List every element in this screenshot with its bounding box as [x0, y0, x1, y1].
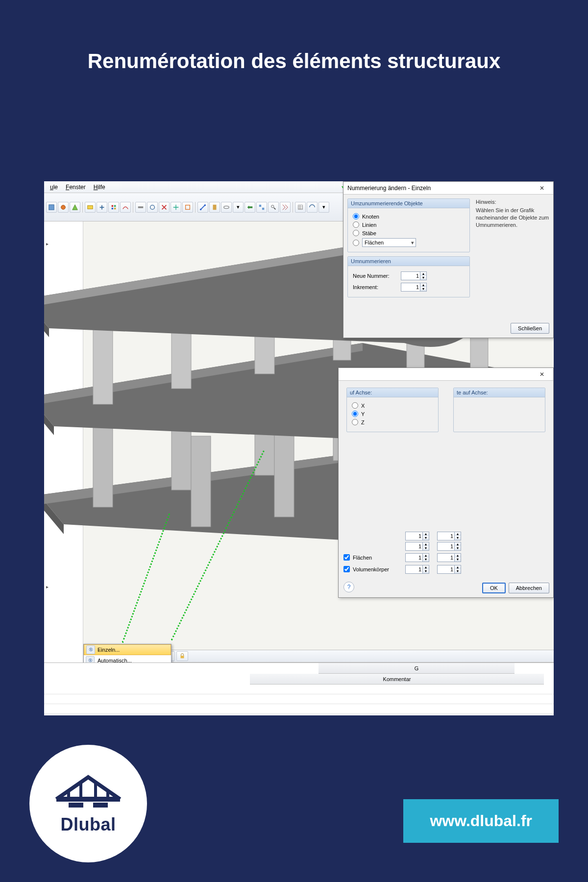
radio-knoten[interactable] — [353, 213, 359, 220]
radio-axis-x[interactable] — [352, 402, 358, 409]
svg-rect-14 — [259, 204, 261, 206]
radio-staebe[interactable] — [353, 230, 359, 236]
dialog-renumber-auto: ✕ uf Achse: X Y Z te auf Achse: ▲▼ ▲▼ — [338, 368, 554, 598]
svg-point-16 — [271, 205, 274, 207]
spinner-input[interactable] — [405, 565, 423, 574]
new-number-input[interactable] — [401, 271, 420, 280]
svg-rect-6 — [114, 207, 116, 209]
radio-axis-y[interactable] — [352, 411, 358, 417]
dialog-renumber-single: Nummerierung ändern - Einzeln ✕ Umzunumm… — [343, 181, 554, 338]
svg-point-1 — [61, 205, 66, 209]
toolbar-button[interactable] — [85, 202, 96, 213]
left-panel: ▸ ▸ ▸ — [44, 221, 83, 715]
svg-rect-12 — [213, 204, 217, 210]
toolbar-button[interactable] — [108, 202, 119, 213]
svg-rect-4 — [114, 205, 116, 207]
toolbar-button[interactable] — [46, 202, 57, 213]
new-number-spinner[interactable]: ▲▼ — [401, 271, 427, 280]
radio-label: X — [361, 403, 365, 409]
radio-axis-z[interactable] — [352, 419, 358, 425]
menu-item[interactable]: Hilfe — [91, 183, 108, 192]
menu-item[interactable]: Fenster — [63, 183, 89, 192]
toolbar-button[interactable] — [58, 202, 69, 213]
menu-item[interactable]: ule — [47, 183, 61, 192]
field-label: Inkrement: — [353, 284, 397, 290]
toolbar-button[interactable]: ▾ — [233, 202, 244, 213]
dialog-title: Nummerierung ändern - Einzeln — [347, 185, 431, 192]
group-header: Umzunummerierende Objekte — [348, 199, 469, 208]
svg-rect-39 — [93, 803, 108, 808]
svg-point-10 — [200, 208, 202, 210]
svg-rect-0 — [49, 204, 54, 210]
bridge-icon — [54, 772, 122, 811]
surfaces-dropdown[interactable]: Flächen — [362, 238, 416, 247]
brand-logo: Dlubal — [29, 745, 147, 862]
close-button[interactable]: Schließen — [511, 323, 549, 334]
brand-name: Dlubal — [60, 814, 116, 835]
svg-point-8 — [150, 205, 155, 209]
toolbar-button[interactable] — [256, 202, 267, 213]
toolbar-button[interactable] — [159, 202, 170, 213]
increment-input[interactable] — [401, 283, 420, 292]
close-icon[interactable]: ✕ — [535, 185, 549, 192]
toolbar-button[interactable] — [70, 202, 80, 213]
radio-label: Knoten — [362, 214, 379, 220]
check-flaechen[interactable] — [343, 554, 350, 561]
svg-rect-15 — [262, 207, 264, 209]
data-table[interactable]: G Kommentar — [44, 662, 554, 715]
toolbar-button[interactable]: ▾ — [318, 202, 329, 213]
check-label: Flächen — [353, 555, 372, 561]
app-screenshot: ule Fenster Hilfe ▾ ▾ — [44, 181, 554, 715]
svg-rect-5 — [112, 207, 114, 209]
svg-rect-9 — [186, 205, 190, 209]
spinner-input[interactable] — [437, 553, 455, 562]
toolbar-button[interactable] — [171, 202, 181, 213]
svg-point-13 — [224, 206, 229, 208]
toolbar-button[interactable] — [307, 202, 318, 213]
spinner-input[interactable] — [437, 532, 455, 540]
spinner-input[interactable] — [437, 542, 455, 551]
help-icon[interactable]: ? — [343, 582, 354, 592]
radio-dropdown[interactable] — [353, 240, 359, 246]
radio-label: Y — [361, 411, 365, 417]
radio-label: Stäbe — [362, 230, 376, 236]
toolbar-button[interactable] — [268, 202, 279, 213]
toolbar-button[interactable] — [135, 202, 146, 213]
toolbar-button[interactable] — [221, 202, 232, 213]
toolbar-button[interactable] — [245, 202, 255, 213]
radio-linien[interactable] — [353, 221, 359, 228]
renumber-icon: ⦿ — [86, 645, 95, 654]
spinner-input[interactable] — [405, 532, 423, 540]
svg-rect-2 — [88, 205, 93, 209]
radio-label: Z — [361, 419, 365, 425]
toolbar-button[interactable] — [280, 202, 291, 213]
ok-button[interactable]: OK — [482, 583, 506, 593]
toolbar-button[interactable] — [120, 202, 131, 213]
radio-label: Linien — [362, 222, 376, 228]
column-header[interactable]: G — [318, 663, 514, 674]
toolbar-button[interactable] — [182, 202, 193, 213]
column-header: Kommentar — [250, 674, 544, 685]
toolbar-button[interactable] — [209, 202, 220, 213]
lock-icon[interactable] — [176, 651, 188, 661]
check-label: Volumenkörper — [353, 566, 389, 572]
group-header: Umnummerieren — [348, 257, 469, 266]
toolbar-button[interactable] — [197, 202, 208, 213]
spinner-input[interactable] — [405, 553, 423, 562]
svg-point-11 — [204, 204, 206, 206]
spinner-input[interactable] — [405, 542, 423, 551]
menu-item-einzeln[interactable]: ⦿ Einzeln... — [84, 644, 171, 655]
toolbar-button[interactable] — [295, 202, 306, 213]
toolbar-button[interactable] — [147, 202, 158, 213]
increment-spinner[interactable]: ▲▼ — [401, 283, 427, 292]
check-volumen[interactable] — [343, 566, 350, 572]
spinner-input[interactable] — [437, 565, 455, 574]
toolbar-button[interactable] — [97, 202, 107, 213]
page-title: Renumérotation des éléments structuraux — [0, 0, 588, 93]
hint-text: Hinweis: Wählen Sie in der Grafik nachei… — [476, 198, 549, 228]
group-header: te auf Achse: — [454, 388, 545, 397]
close-icon[interactable]: ✕ — [535, 371, 549, 378]
cancel-button[interactable]: Abbrechen — [509, 583, 549, 593]
website-url: www.dlubal.fr — [403, 799, 559, 843]
svg-rect-3 — [112, 205, 114, 207]
